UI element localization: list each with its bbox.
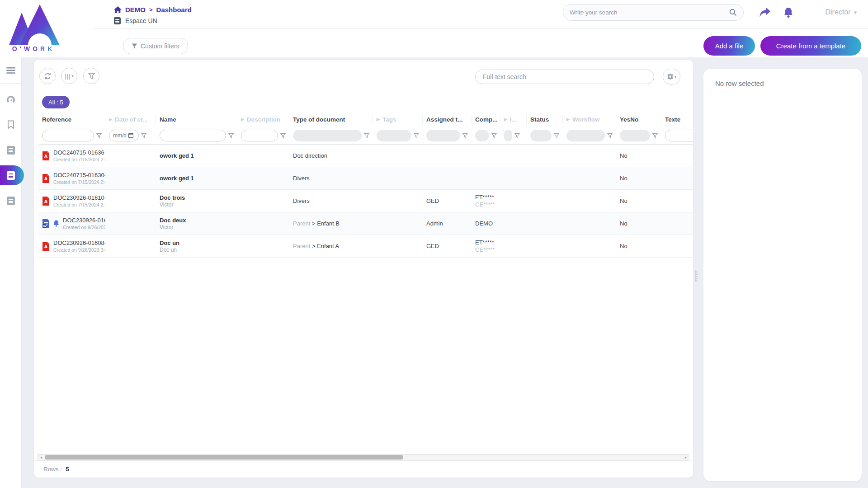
add-file-button[interactable]: Add a file bbox=[703, 36, 755, 56]
share-arrow-icon bbox=[759, 7, 771, 18]
user-role-menu[interactable]: Director ▾ bbox=[825, 8, 857, 16]
filter-tags-input[interactable] bbox=[377, 130, 411, 141]
create-from-template-button[interactable]: Create from a template bbox=[760, 36, 861, 56]
rows-count: 5 bbox=[66, 466, 69, 473]
table-row[interactable]: A W DOC230926-01608-0Created on 9/26/202… bbox=[38, 235, 693, 258]
col-header-texte[interactable]: Texte bbox=[661, 115, 693, 124]
pdf-file-icon: A bbox=[42, 174, 50, 183]
filter-type-input[interactable] bbox=[293, 130, 362, 141]
fulltext-search[interactable] bbox=[475, 70, 654, 84]
refresh-button[interactable] bbox=[39, 68, 56, 84]
table-row[interactable]: A W DOC230926-01610-3Created on 7/15/202… bbox=[38, 190, 693, 212]
share-button[interactable] bbox=[758, 5, 772, 20]
table-settings-button[interactable]: ▾ bbox=[663, 69, 680, 84]
panel-resize-handle[interactable] bbox=[695, 270, 698, 282]
filter-funnel-icon[interactable] bbox=[462, 133, 468, 138]
filter-funnel-icon[interactable] bbox=[280, 133, 286, 138]
group-tab-all[interactable]: All : 5 bbox=[42, 96, 70, 108]
sidebar-item-archive[interactable] bbox=[0, 193, 22, 208]
col-header-reference[interactable]: Reference bbox=[38, 115, 105, 124]
hamburger-icon bbox=[6, 67, 15, 74]
filter-date-input[interactable]: mm/d bbox=[109, 130, 139, 141]
col-header-company[interactable]: Comp... bbox=[472, 115, 500, 124]
filter-texte-input[interactable] bbox=[665, 130, 693, 141]
filter-status-input[interactable] bbox=[530, 130, 552, 141]
scrollbar-track[interactable] bbox=[44, 455, 683, 460]
col-header-type[interactable]: Type of document bbox=[289, 115, 373, 124]
filter-name-input[interactable] bbox=[160, 130, 226, 141]
doc-assigned: GED bbox=[423, 197, 472, 204]
expand-column-icon[interactable]: ▶ bbox=[566, 117, 570, 122]
menu-toggle-button[interactable] bbox=[0, 63, 21, 78]
col-header-yesno[interactable]: YesNo bbox=[616, 115, 661, 124]
filter-funnel-icon[interactable] bbox=[514, 133, 520, 138]
filter-workflow-input[interactable] bbox=[566, 130, 605, 141]
filter-description-input[interactable] bbox=[241, 130, 278, 141]
scroll-right-icon[interactable]: ▸ bbox=[683, 455, 689, 460]
filter-funnel-icon[interactable] bbox=[414, 133, 419, 138]
filter-funnel-icon[interactable] bbox=[491, 133, 497, 138]
filter-funnel-icon[interactable] bbox=[364, 133, 369, 138]
filter-i-input[interactable] bbox=[504, 130, 512, 141]
svg-text:W: W bbox=[43, 224, 47, 227]
app-logo[interactable]: O'WORK bbox=[6, 4, 61, 53]
doc-reference: DOC240715-01630-0 bbox=[53, 172, 105, 178]
expand-column-icon[interactable]: ▶ bbox=[241, 117, 244, 122]
doc-created: Created on 9/26/2023 3:09:45 AM bbox=[63, 225, 105, 230]
filter-funnel-icon[interactable] bbox=[96, 133, 102, 138]
documents-table: Reference ▶Date of cr... Name ▶Descripti… bbox=[38, 112, 693, 258]
doc-yesno: No bbox=[616, 243, 661, 249]
col-header-name[interactable]: Name bbox=[156, 115, 237, 124]
filter-reference-input[interactable] bbox=[42, 130, 94, 141]
sidebar-item-documents-active[interactable] bbox=[0, 165, 24, 185]
filter-assigned-input[interactable] bbox=[426, 130, 460, 141]
filter-funnel-icon[interactable] bbox=[607, 133, 613, 138]
filter-funnel-icon[interactable] bbox=[554, 133, 559, 138]
col-header-description[interactable]: ▶Description bbox=[237, 115, 289, 124]
table-row[interactable]: A W DOC230926-01609-0Created on 9/26/202… bbox=[38, 212, 693, 235]
col-header-i[interactable]: ▶I... bbox=[500, 115, 527, 124]
global-search[interactable] bbox=[563, 4, 744, 21]
global-search-input[interactable] bbox=[570, 9, 729, 16]
col-header-workflow[interactable]: ▶Workflow bbox=[563, 115, 616, 124]
filter-company-input[interactable] bbox=[475, 130, 489, 141]
filter-button[interactable] bbox=[83, 68, 99, 84]
col-header-assigned[interactable]: Assigned t... bbox=[423, 115, 472, 124]
journal-active-icon bbox=[7, 171, 15, 180]
doc-yesno: No bbox=[616, 197, 661, 204]
filter-yesno-input[interactable] bbox=[620, 130, 650, 141]
sidebar-item-library[interactable] bbox=[0, 142, 22, 158]
expand-column-icon[interactable]: ▶ bbox=[377, 117, 380, 122]
search-icon[interactable] bbox=[729, 9, 737, 16]
no-row-selected-message: No row selected bbox=[715, 80, 850, 87]
doc-name: Doc deux bbox=[160, 217, 234, 224]
scroll-left-icon[interactable]: ◂ bbox=[38, 455, 44, 460]
expand-column-icon[interactable]: ▶ bbox=[109, 117, 112, 122]
breadcrumb-current[interactable]: Dashboard bbox=[156, 6, 192, 14]
table-row[interactable]: A W DOC240715-01636-0Created on 7/15/202… bbox=[38, 145, 693, 167]
notifications-button[interactable] bbox=[781, 5, 796, 20]
scrollbar-thumb[interactable] bbox=[45, 455, 403, 460]
breadcrumb-root[interactable]: DEMO bbox=[125, 6, 146, 14]
gauge-icon bbox=[6, 95, 16, 104]
doc-yesno: No bbox=[616, 220, 661, 227]
doc-subtitle: Doc un bbox=[160, 247, 234, 253]
filter-funnel-icon[interactable] bbox=[228, 133, 234, 138]
fulltext-search-input[interactable] bbox=[483, 73, 646, 80]
home-icon[interactable] bbox=[114, 6, 122, 13]
doc-yesno: No bbox=[616, 152, 661, 159]
horizontal-scrollbar[interactable]: ◂ ▸ bbox=[38, 454, 689, 460]
filter-funnel-icon[interactable] bbox=[141, 133, 146, 138]
doc-assigned: GED bbox=[423, 243, 472, 249]
columns-button[interactable]: ||| ▾ bbox=[61, 68, 77, 84]
table-row[interactable]: A W DOC240715-01630-0Created on 7/15/202… bbox=[38, 167, 693, 190]
col-header-status[interactable]: Status bbox=[527, 115, 563, 124]
custom-filters-label: Custom filters bbox=[141, 42, 179, 50]
sidebar-item-bookmarks[interactable] bbox=[0, 117, 22, 132]
expand-column-icon[interactable]: ▶ bbox=[504, 117, 507, 122]
filter-funnel-icon[interactable] bbox=[652, 133, 658, 138]
custom-filters-button[interactable]: Custom filters bbox=[123, 38, 188, 54]
col-header-date[interactable]: ▶Date of cr... bbox=[105, 115, 156, 124]
sidebar-item-dashboard[interactable] bbox=[0, 92, 22, 107]
col-header-tags[interactable]: ▶Tags bbox=[373, 115, 423, 124]
